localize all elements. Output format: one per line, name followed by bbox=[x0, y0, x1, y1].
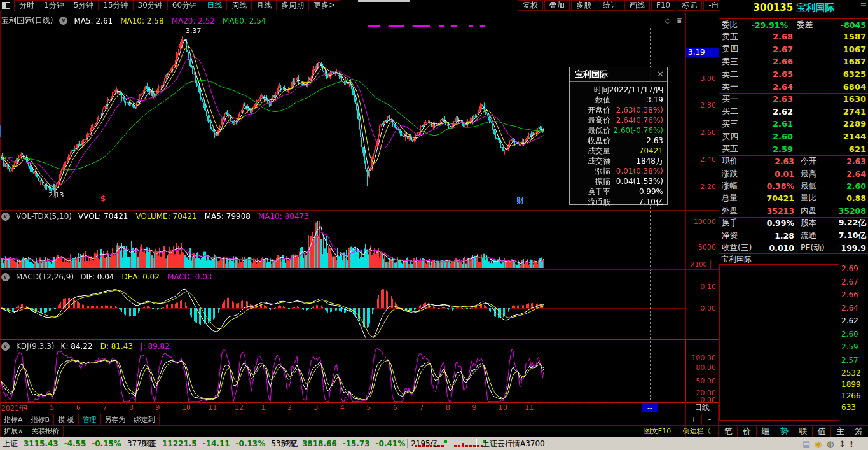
quote-tab-价[interactable]: 价 bbox=[738, 426, 756, 437]
indicator-value-label: D: 81.43 bbox=[100, 342, 133, 351]
diamond-icon[interactable]: ◇ bbox=[665, 17, 670, 25]
tab-指标B[interactable]: 指标B bbox=[27, 414, 55, 425]
tab-关联报价[interactable]: 关联报价 bbox=[27, 426, 64, 437]
buy-level-row[interactable]: 买一2.631630 bbox=[719, 93, 868, 106]
index-quote: 沪深3818.66-15.73-0.41%2195亿 bbox=[281, 437, 438, 450]
stat-label: 涨幅 bbox=[722, 181, 757, 192]
menu-tool-复权[interactable]: 复权 bbox=[518, 0, 543, 11]
zoom-in-button[interactable]: + bbox=[686, 414, 702, 425]
menu-period-30分钟[interactable]: 30分钟 bbox=[134, 1, 168, 10]
popup-title-bar[interactable]: 宝利国际 ✕ bbox=[570, 67, 667, 82]
stock-name[interactable]: 宝利国际 bbox=[796, 2, 834, 13]
menu-period-更多>[interactable]: 更多> bbox=[309, 1, 340, 10]
stat-label: 量比 bbox=[801, 193, 836, 204]
buy-level-row[interactable]: 买四2.602144 bbox=[719, 130, 868, 143]
message-doc-icon[interactable]: ▤ bbox=[803, 439, 810, 449]
popup-row-value: 0.99% bbox=[610, 187, 663, 196]
quote-tab-细[interactable]: 细 bbox=[757, 426, 775, 437]
level-price: 2.59 bbox=[750, 144, 793, 154]
panel-menu-icon[interactable]: ☰ bbox=[860, 2, 867, 10]
alert-icon[interactable]: ! bbox=[850, 439, 853, 449]
indicator-value-label: J: 89.82 bbox=[141, 342, 170, 351]
menu-period-日线[interactable]: 日线 bbox=[202, 1, 227, 10]
period-menu: 分时1分钟5分钟15分钟30分钟60分钟日线周线月线多周期更多> bbox=[14, 0, 340, 11]
titlebar-artifact bbox=[358, 0, 410, 2]
menu-period-1分钟[interactable]: 1分钟 bbox=[39, 1, 69, 10]
quote-tab-势[interactable]: 势 bbox=[775, 426, 794, 437]
stat-value: 0.88 bbox=[836, 193, 866, 203]
window-icon[interactable] bbox=[2, 2, 10, 9]
sell-level-row[interactable]: 卖一2.646804 bbox=[719, 80, 868, 93]
collapse-chevron-icon[interactable] bbox=[1, 342, 10, 351]
close-icon[interactable]: ✕ bbox=[657, 69, 664, 79]
menu-tool-F10[interactable]: F10 bbox=[651, 0, 675, 11]
indicator-value-label: VVOL: 70421 bbox=[78, 212, 128, 221]
tab-管理[interactable]: 管理 bbox=[79, 414, 101, 425]
scroll-indicator[interactable] bbox=[0, 125, 1, 137]
sell-level-row[interactable]: 卖二2.656325 bbox=[719, 68, 868, 81]
sidebar-toggle-button[interactable]: 侧边栏《 bbox=[676, 425, 719, 437]
popup-row-label: 振幅 bbox=[574, 176, 610, 187]
level-price: 2.68 bbox=[750, 32, 793, 41]
quote-tab-值[interactable]: 值 bbox=[813, 426, 831, 437]
tab-指标A[interactable]: 指标A bbox=[0, 414, 27, 425]
month-tick-label: 6 bbox=[393, 404, 397, 412]
buy-level-row[interactable]: 买三2.612289 bbox=[719, 118, 868, 130]
index-quote: 深证11221.5-14.11-0.13%5352亿 bbox=[141, 437, 298, 450]
signal-block bbox=[473, 445, 476, 447]
menu-period-月线[interactable]: 月线 bbox=[252, 1, 277, 10]
quote-tab-筹[interactable]: 筹 bbox=[850, 426, 868, 437]
buy-level-row[interactable]: 买二2.622741 bbox=[719, 106, 868, 118]
zoom-out-button[interactable]: - bbox=[702, 414, 717, 425]
menu-tool-多股[interactable]: 多股 bbox=[571, 0, 596, 11]
month-tick-label: 2 bbox=[287, 404, 292, 412]
tab-模板[interactable]: 模 板 bbox=[54, 414, 79, 425]
level-price: 2.65 bbox=[750, 69, 793, 79]
level-qty: 1630 bbox=[793, 94, 866, 104]
kdj-title: KDJ(9,3,3) bbox=[16, 342, 55, 351]
quote-tab-笔[interactable]: 笔 bbox=[719, 426, 738, 437]
menu-period-周线[interactable]: 周线 bbox=[227, 1, 252, 10]
status-bar: 上证云行情A3700 ▤ ◉ ◍ ↕ ! 上证3115.43-4.55-0.15… bbox=[0, 437, 868, 450]
menu-period-15分钟[interactable]: 15分钟 bbox=[99, 1, 133, 10]
menu-tool-统计[interactable]: 统计 bbox=[598, 0, 623, 11]
menu-period-分时[interactable]: 分时 bbox=[15, 1, 39, 10]
graphic-f10-button[interactable]: 图文F10 bbox=[638, 425, 677, 437]
tab-绑定到[interactable]: 绑定到 bbox=[130, 414, 160, 425]
sell-queue: 卖五2.681587卖四2.671067卖三2.661687卖二2.656325… bbox=[719, 31, 868, 93]
period-indicator[interactable]: 日线 bbox=[686, 402, 718, 413]
collapse-chevron-icon[interactable] bbox=[1, 213, 10, 221]
menu-period-5分钟[interactable]: 5分钟 bbox=[69, 1, 99, 10]
date-axis[interactable]: 2021年 4567891011121234567891011 bbox=[0, 402, 685, 414]
collapse-chevron-icon[interactable] bbox=[1, 273, 10, 281]
sell-level-row[interactable]: 卖三2.661687 bbox=[719, 55, 868, 68]
maximize-pane-icon[interactable]: ▣ bbox=[676, 17, 682, 25]
kline-info-popup: 宝利国际 ✕ 时间2022/11/17/四数值3.19开盘价2.63(0.38%… bbox=[569, 67, 668, 205]
month-tick-label: 4 bbox=[24, 404, 28, 412]
signal-block bbox=[454, 445, 457, 447]
buy-level-row[interactable]: 买五2.59621 bbox=[719, 143, 868, 155]
menu-tool-叠加[interactable]: 叠加 bbox=[544, 0, 570, 11]
menu-period-60分钟[interactable]: 60分钟 bbox=[168, 1, 202, 10]
tab-扩展∧[interactable]: 扩展∧ bbox=[0, 426, 27, 437]
cai-news-icon[interactable]: 财 bbox=[516, 195, 524, 206]
menu-period-多周期[interactable]: 多周期 bbox=[277, 1, 309, 10]
coin-icon[interactable]: ◉ bbox=[815, 439, 822, 449]
popup-row-label: 最低价 bbox=[574, 125, 610, 136]
popup-row: 涨幅0.01(0.38%) bbox=[570, 166, 667, 176]
server-label[interactable]: 上证云行情A3700 bbox=[482, 439, 545, 449]
menu-tool-画线[interactable]: 画线 bbox=[624, 0, 650, 11]
sell-level-row[interactable]: 卖四2.671067 bbox=[719, 43, 868, 56]
quote-tab-主[interactable]: 主 bbox=[831, 426, 850, 437]
collapse-chevron-icon[interactable] bbox=[59, 17, 67, 25]
volume-unit-box: X100 bbox=[687, 260, 711, 269]
menu-tool-标记[interactable]: 标记 bbox=[677, 0, 702, 11]
sell-level-row[interactable]: 卖五2.681587 bbox=[719, 31, 868, 43]
axis-tick-label: 0.10 bbox=[687, 283, 716, 291]
tab-另存为[interactable]: 另存为 bbox=[101, 414, 130, 425]
updown-arrows-icon[interactable]: ↕ bbox=[839, 439, 846, 449]
network-globe-icon[interactable]: ◍ bbox=[827, 439, 834, 449]
mini-chart-title[interactable]: 宝利国际 bbox=[721, 254, 752, 265]
axis-tick-label: 2.40 bbox=[687, 155, 716, 164]
quote-tab-联[interactable]: 联 bbox=[794, 426, 813, 437]
